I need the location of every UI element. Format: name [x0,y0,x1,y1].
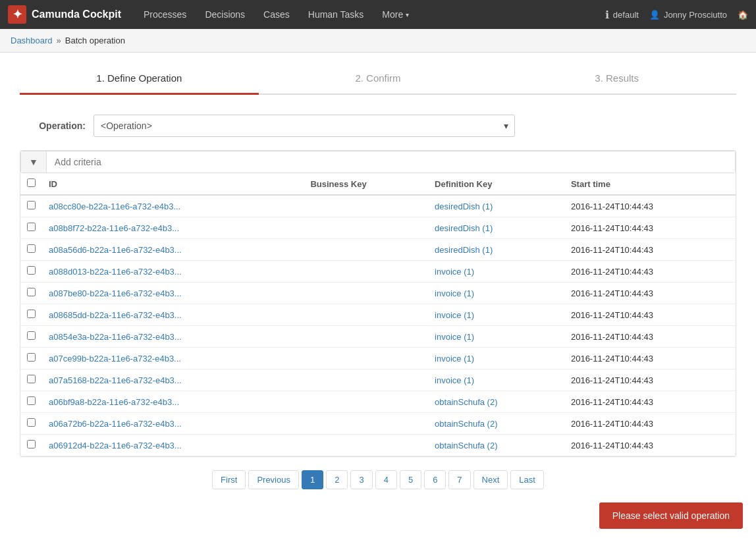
row-id-link[interactable]: a0854e3a-b22a-11e6-a732-e4b3... [49,332,182,342]
nav-item-processes[interactable]: Processes [134,0,196,29]
next-page-button[interactable]: Next [473,470,508,489]
operation-select[interactable]: <Operation> Suspend Activate Retry Cance… [94,115,515,137]
row-id: a08cc80e-b22a-11e6-a732-e4b3... [42,195,304,217]
row-definition-key: invoice (1) [428,304,564,326]
row-start-time: 2016-11-24T10:44:43 [564,435,736,456]
first-page-button[interactable]: First [212,470,246,489]
page-button-6[interactable]: 6 [424,470,446,489]
row-id-link[interactable]: a088d013-b22a-11e6-a732-e4b3... [49,267,182,277]
row-checkbox[interactable] [27,266,36,275]
last-page-button[interactable]: Last [510,470,544,489]
row-checkbox[interactable] [27,310,36,318]
brand-link[interactable]: ✦ Camunda Cockpit [8,5,121,24]
row-definition-link[interactable]: obtainSchufa (2) [435,441,497,450]
row-definition-key: obtainSchufa (2) [428,391,564,413]
row-id-link[interactable]: a087be80-b22a-11e6-a732-e4b3... [49,288,182,298]
row-id: a07a5168-b22a-11e6-a732-e4b3... [42,369,304,391]
row-checkbox-cell [20,348,42,369]
table-row: a08a56d6-b22a-11e6-a732-e4b3... desiredD… [20,239,736,261]
wizard-step-define[interactable]: 1. Define Operation [20,66,259,95]
table-row: a08b8f72-b22a-11e6-a732-e4b3... desiredD… [20,217,736,239]
row-checkbox[interactable] [27,223,36,231]
row-checkbox[interactable] [27,201,36,209]
row-id-link[interactable]: a06a72b6-b22a-11e6-a732-e4b3... [49,419,182,429]
row-id-link[interactable]: a06bf9a8-b22a-11e6-a732-e4b3... [49,397,179,407]
row-id-link[interactable]: a06912d4-b22a-11e6-a732-e4b3... [49,441,182,450]
row-definition-key: desiredDish (1) [428,217,564,239]
row-business-key [304,239,428,261]
filter-icon-button[interactable]: ▼ [21,151,47,173]
home-button[interactable]: 🏠 [738,10,748,20]
row-definition-link[interactable]: desiredDish (1) [435,223,493,233]
row-definition-key: desiredDish (1) [428,195,564,217]
nav-item-more[interactable]: More ▾ [373,0,418,29]
row-definition-link[interactable]: desiredDish (1) [435,202,493,211]
row-checkbox[interactable] [27,396,36,405]
row-business-key [304,348,428,369]
wizard-step-results[interactable]: 3. Results [497,66,736,95]
row-checkbox[interactable] [27,353,36,362]
row-checkbox[interactable] [27,331,36,340]
row-definition-link[interactable]: invoice (1) [435,288,474,298]
row-checkbox[interactable] [27,244,36,253]
row-start-time: 2016-11-24T10:44:43 [564,304,736,326]
row-id: a088d013-b22a-11e6-a732-e4b3... [42,261,304,283]
filter-input[interactable] [47,151,735,173]
select-all-checkbox[interactable] [27,178,36,187]
page-button-5[interactable]: 5 [400,470,421,489]
wizard-step-confirm[interactable]: 2. Confirm [259,66,498,95]
default-tenant[interactable]: ℹ default [605,9,639,21]
row-start-time: 2016-11-24T10:44:43 [564,261,736,283]
table-row: a06a72b6-b22a-11e6-a732-e4b3... obtainSc… [20,413,736,435]
pagination-row: First Previous 1234567 Next Last [20,470,736,489]
row-checkbox-cell [20,391,42,413]
row-id-link[interactable]: a07ce99b-b22a-11e6-a732-e4b3... [49,354,181,364]
row-id-link[interactable]: a08a56d6-b22a-11e6-a732-e4b3... [49,245,182,255]
page-button-2[interactable]: 2 [326,470,348,489]
nav-item-cases[interactable]: Cases [254,0,299,29]
row-id-link[interactable]: a08685dd-b22a-11e6-a732-e4b3... [49,310,182,320]
nav-item-human-tasks[interactable]: Human Tasks [299,0,373,29]
row-business-key [304,283,428,304]
row-definition-link[interactable]: invoice (1) [435,354,474,364]
row-checkbox[interactable] [27,440,36,448]
filter-icon: ▼ [29,157,38,167]
table-body: a08cc80e-b22a-11e6-a732-e4b3... desiredD… [20,195,736,456]
row-id-link[interactable]: a07a5168-b22a-11e6-a732-e4b3... [49,375,182,385]
page-button-1[interactable]: 1 [302,470,323,489]
row-business-key [304,391,428,413]
row-business-key [304,326,428,348]
operation-row: Operation: <Operation> Suspend Activate … [20,115,736,137]
row-business-key [304,413,428,435]
row-checkbox[interactable] [27,288,36,296]
navbar-nav: Processes Decisions Cases Human Tasks Mo… [134,0,605,29]
row-definition-link[interactable]: invoice (1) [435,375,474,385]
breadcrumb-dashboard[interactable]: Dashboard [11,36,53,45]
user-menu[interactable]: 👤 Jonny Prosciutto [649,10,727,20]
row-definition-link[interactable]: invoice (1) [435,332,474,342]
row-definition-link[interactable]: desiredDish (1) [435,245,493,255]
filter-bar: ▼ [20,151,736,173]
user-icon: 👤 [649,10,660,20]
row-definition-link[interactable]: invoice (1) [435,310,474,320]
row-definition-key: obtainSchufa (2) [428,413,564,435]
nav-item-decisions[interactable]: Decisions [196,0,254,29]
row-definition-key: invoice (1) [428,261,564,283]
row-id: a08685dd-b22a-11e6-a732-e4b3... [42,304,304,326]
page-button-3[interactable]: 3 [350,470,372,489]
row-definition-link[interactable]: obtainSchufa (2) [435,419,497,429]
page-button-4[interactable]: 4 [375,470,397,489]
page-button-7[interactable]: 7 [448,470,470,489]
row-definition-link[interactable]: invoice (1) [435,267,474,277]
col-header-id: ID [42,173,304,195]
previous-page-button[interactable]: Previous [248,470,299,489]
row-id-link[interactable]: a08cc80e-b22a-11e6-a732-e4b3... [49,202,180,211]
row-checkbox[interactable] [27,375,36,383]
table-row: a07a5168-b22a-11e6-a732-e4b3... invoice … [20,369,736,391]
row-start-time: 2016-11-24T10:44:43 [564,195,736,217]
row-checkbox-cell [20,304,42,326]
row-checkbox[interactable] [27,418,36,427]
row-id-link[interactable]: a08b8f72-b22a-11e6-a732-e4b3... [49,223,179,233]
table-header-row: ID Business Key Definition Key Start tim… [20,173,736,195]
row-definition-link[interactable]: obtainSchufa (2) [435,397,497,407]
